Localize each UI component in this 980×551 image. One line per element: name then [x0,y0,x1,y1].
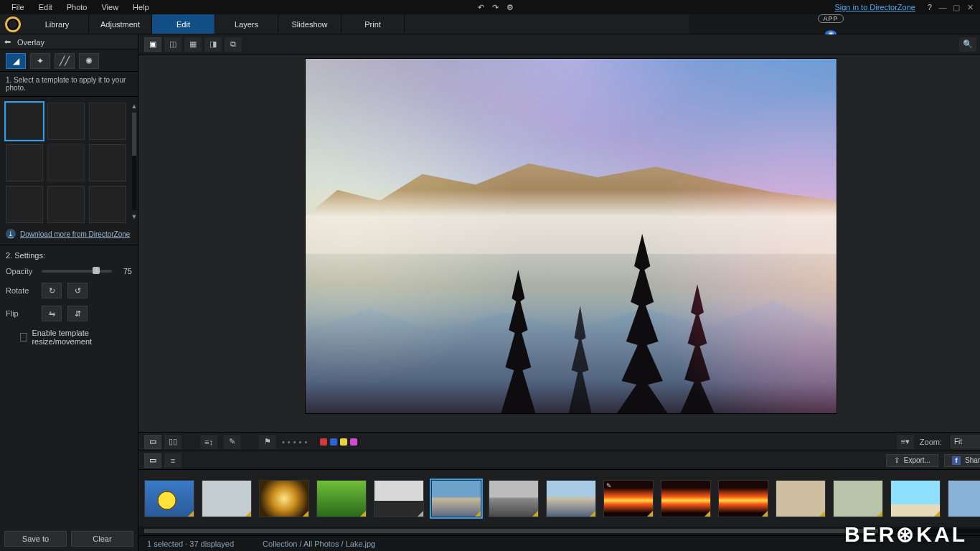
filmstrip-thumb[interactable] [948,480,980,517]
filmstrip-thumb[interactable] [144,480,194,517]
filmstrip-thumb[interactable]: ✎ [374,480,424,517]
strip-thumb-icon[interactable]: ▭ [144,453,161,468]
flip-horizontal-icon[interactable]: ⇋ [42,306,62,321]
overlay-scratch-icon[interactable]: ╱╱ [55,53,75,69]
flag-icon[interactable]: ⚑ [259,435,276,449]
filmstrip-thumb[interactable] [489,480,539,517]
overlay-template[interactable] [89,186,126,223]
zoom-tool-icon[interactable]: 🔍 [959,37,976,52]
signin-directorzone-link[interactable]: Sign in to DirectorZone [834,3,915,11]
menu-view[interactable]: View [94,1,126,13]
left-panel: ⬅ Overlay ◢ ✦ ╱╱ ✺ 1. Select a template … [0,34,138,551]
download-directorzone-link[interactable]: ⤓ Download more from DirectorZone [0,226,138,245]
export-icon: ⇪ [894,456,900,464]
overlay-template[interactable] [47,103,85,140]
flip-vertical-icon[interactable]: ⇵ [67,306,88,321]
app-logo-icon [0,14,26,34]
tab-slideshow[interactable]: Slideshow [278,14,341,34]
zoom-select[interactable]: Fit▾ [951,435,980,448]
filmstrip-thumb[interactable] [259,480,309,517]
overlay-template[interactable] [6,144,43,182]
filter-icon[interactable]: ≡▾ [897,435,914,449]
filmstrip-thumb[interactable] [546,480,596,517]
filmstrip-scrollbar[interactable] [138,527,980,535]
preview-image [306,59,837,413]
tab-edit[interactable]: Edit [152,14,215,34]
view-split-icon[interactable]: ◨ [204,37,222,52]
color-label-swatch[interactable] [320,438,327,446]
filmstrip-thumb[interactable]: ✎ [603,480,654,517]
opacity-label: Opacity [6,267,36,276]
overlay-lens-flare-icon[interactable]: ✺ [79,53,99,69]
color-label-swatch[interactable] [330,438,337,446]
sort-icon[interactable]: ≡↕ [200,435,217,449]
overlay-template[interactable] [47,144,85,182]
filmstrip-thumb[interactable] [890,480,941,517]
redo-icon[interactable]: ↷ [489,3,503,12]
filmstrip-thumb[interactable] [202,480,252,517]
share-button[interactable]: f Share... [944,454,980,467]
action-row: ▭ ≡ ⇪ Export... f Share... [138,451,980,469]
overlay-template[interactable] [6,186,43,223]
help-icon[interactable]: ? [923,3,937,11]
close-icon[interactable]: ✕ [964,3,976,12]
color-label-swatch[interactable] [350,438,357,446]
filmstrip-thumb[interactable] [718,480,768,517]
filmstrip-thumb[interactable] [316,480,367,517]
tab-library[interactable]: Library [26,14,89,34]
overlay-grunge-icon[interactable]: ✦ [30,53,50,69]
filmstrip-thumb[interactable] [776,480,826,517]
filmstrip[interactable]: ✎✎ [138,469,980,527]
view-single-icon[interactable]: ▣ [144,37,161,52]
tab-print[interactable]: Print [341,14,405,34]
clear-button[interactable]: Clear [71,531,133,547]
minimize-icon[interactable]: — [937,3,948,11]
opacity-slider[interactable] [42,270,112,273]
undo-icon[interactable]: ↶ [474,3,489,12]
view-compare-icon[interactable]: ◫ [164,37,182,52]
edited-badge-icon: ✎ [377,482,382,489]
status-bar: 1 selected · 37 displayed Collection / A… [138,535,980,551]
app-badge[interactable]: APP [818,14,843,23]
strip-single-icon[interactable]: ▭ [144,435,161,449]
scroll-down-icon[interactable]: ▼ [131,213,138,220]
lower-toolbar: ▭ ▯▯ ≡↕ ✎ ⚑ ••••• ≡▾ Zoom: Fit▾ [138,432,980,451]
preview-canvas[interactable] [138,55,980,432]
view-mirror-icon[interactable]: ⧉ [225,37,242,52]
status-selection: 1 selected · 37 displayed [147,540,234,548]
edit-pen-icon[interactable]: ✎ [223,435,240,449]
menu-help[interactable]: Help [126,1,156,13]
filmstrip-thumb[interactable] [431,480,481,517]
filmstrip-thumb[interactable] [833,480,883,517]
settings-gear-icon[interactable]: ⚙ [503,3,517,12]
menu-edit[interactable]: Edit [32,1,60,13]
download-icon: ⤓ [6,229,16,239]
overlay-template[interactable] [6,103,43,140]
color-label-swatch[interactable] [340,438,347,446]
overlay-template[interactable] [89,144,126,182]
rating-dots[interactable]: ••••• [282,438,310,446]
menu-file[interactable]: File [4,1,32,13]
maximize-icon[interactable]: ▢ [951,3,962,12]
save-to-button[interactable]: Save to [4,531,67,547]
rotate-ccw-icon[interactable]: ↺ [67,283,88,298]
overlay-tool-row: ◢ ✦ ╱╱ ✺ [0,50,138,72]
view-grid-icon[interactable]: ▦ [184,37,202,52]
tab-layers[interactable]: Layers [215,14,278,34]
strip-list-icon[interactable]: ≡ [164,453,182,468]
overlay-template[interactable] [47,186,85,223]
overlay-template[interactable] [89,103,126,140]
scroll-up-icon[interactable]: ▲ [131,103,138,110]
viewer-toolbar: ▣ ◫ ▦ ◨ ⧉ 🔍 ✋ [138,34,980,55]
template-scrollbar[interactable]: ▲ ▼ [131,97,138,226]
filmstrip-thumb[interactable] [661,480,711,517]
strip-dual-icon[interactable]: ▯▯ [164,435,182,449]
export-button[interactable]: ⇪ Export... [886,454,938,467]
enable-resize-checkbox[interactable]: Enable template resize/movement [6,329,132,346]
back-icon[interactable]: ⬅ [4,37,17,47]
tab-adjustment[interactable]: Adjustment [89,14,152,34]
overlay-light-leak-icon[interactable]: ◢ [6,53,26,69]
menu-photo[interactable]: Photo [60,1,95,13]
template-grid [0,97,131,226]
rotate-cw-icon[interactable]: ↻ [42,283,62,298]
